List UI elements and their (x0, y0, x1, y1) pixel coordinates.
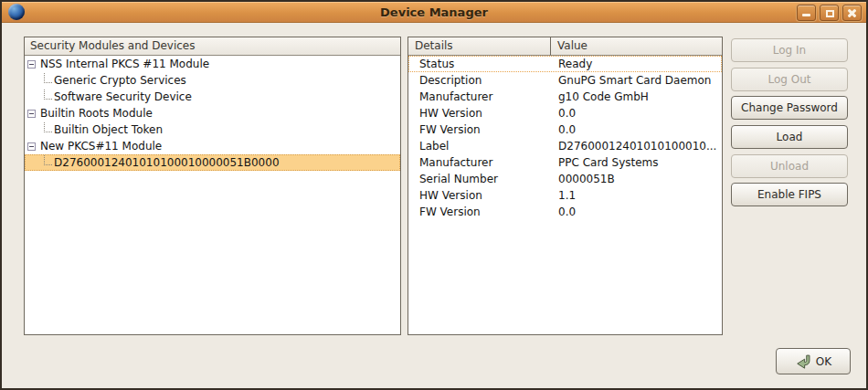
table-row[interactable]: FW Version 0.0 (408, 204, 722, 220)
detail-label: HW Version (408, 105, 551, 121)
maximize-button[interactable] (820, 5, 839, 21)
enable-fips-button[interactable]: Enable FIPS (731, 183, 848, 206)
tree-item-generic-crypto-services[interactable]: Generic Crypto Services (25, 72, 400, 89)
detail-label: FW Version (408, 121, 551, 138)
tree-item-label: Generic Crypto Services (54, 72, 186, 89)
table-row[interactable]: HW Version 1.1 (408, 187, 722, 204)
return-arrow-icon (795, 353, 810, 369)
change-password-button[interactable]: Change Password (731, 96, 848, 120)
tree-item-builtin-roots-module[interactable]: Builtin Roots Module (25, 105, 400, 121)
tree-item-label: Software Security Device (54, 89, 192, 105)
column-header-value[interactable]: Value (551, 37, 722, 56)
tree-column-header[interactable]: Security Modules and Devices (25, 37, 400, 56)
detail-value: PPC Card Systems (551, 154, 659, 171)
tree-item-label: Builtin Object Token (54, 121, 163, 138)
tree-item-label: NSS Internal PKCS #11 Module (40, 56, 209, 72)
detail-value: D27600012401010100010... (551, 138, 716, 154)
detail-value: Ready (551, 56, 592, 72)
detail-value: 0000051B (551, 171, 615, 187)
tree-item-label: Builtin Roots Module (40, 105, 153, 121)
detail-label: Manufacturer (408, 154, 551, 171)
collapse-expander-icon[interactable] (27, 142, 36, 151)
tree-item-software-security-device[interactable]: Software Security Device (25, 89, 400, 105)
tree-item-smartcard-token-selected[interactable]: D27600012401010100010000051B0000 (25, 154, 400, 171)
tree-connector-line (44, 73, 52, 83)
minimize-icon (802, 14, 810, 16)
details-panel: Details Value Status Ready Description G… (408, 37, 723, 335)
security-modules-panel: Security Modules and Devices NSS Interna… (24, 37, 401, 335)
tree-item-label: New PKCS#11 Module (40, 138, 162, 154)
tree-item-nss-internal-module[interactable]: NSS Internal PKCS #11 Module (25, 56, 400, 72)
window-title: Device Manager (2, 2, 866, 23)
titlebar[interactable]: Device Manager (2, 2, 866, 23)
table-row[interactable]: Description GnuPG Smart Card Daemon (408, 72, 722, 89)
table-row[interactable]: Manufacturer g10 Code GmbH (408, 89, 722, 105)
detail-label: FW Version (408, 204, 551, 220)
tree-connector-line (44, 90, 52, 100)
tree-connector-line (44, 155, 52, 165)
detail-label: HW Version (408, 187, 551, 204)
tree-connector-line (44, 122, 52, 132)
detail-value: 0.0 (551, 204, 576, 220)
detail-value: 0.0 (551, 105, 576, 121)
detail-label: Label (408, 138, 551, 154)
log-in-button: Log In (731, 38, 848, 62)
tree-item-new-pkcs11-module[interactable]: New PKCS#11 Module (25, 138, 400, 154)
detail-label: Serial Number (408, 171, 551, 187)
table-row[interactable]: Serial Number 0000051B (408, 171, 722, 187)
detail-label: Manufacturer (408, 89, 551, 105)
detail-label: Description (408, 72, 551, 89)
ok-button-label: OK (816, 355, 831, 368)
collapse-expander-icon[interactable] (27, 110, 36, 118)
detail-label: Status (408, 56, 551, 72)
table-row[interactable]: Label D27600012401010100010... (408, 138, 722, 154)
table-row[interactable]: Manufacturer PPC Card Systems (408, 154, 722, 171)
action-button-column: Log In Log Out Change Password Load Unlo… (731, 38, 848, 212)
table-row[interactable]: Status Ready (408, 56, 722, 72)
column-header-details[interactable]: Details (408, 37, 551, 56)
detail-value: 1.1 (551, 187, 576, 204)
details-table-header: Details Value (408, 37, 722, 56)
load-button[interactable]: Load (731, 125, 848, 149)
close-button[interactable] (842, 5, 862, 21)
table-row[interactable]: FW Version 0.0 (408, 121, 722, 138)
detail-value: 0.0 (551, 121, 576, 138)
collapse-expander-icon[interactable] (27, 60, 36, 69)
tree-item-label: D27600012401010100010000051B0000 (54, 154, 280, 171)
device-manager-window: Device Manager Security Modules and Devi… (0, 0, 868, 390)
maximize-icon (826, 10, 834, 17)
minimize-button[interactable] (797, 5, 816, 21)
window-controls (797, 5, 862, 21)
ok-button[interactable]: OK (776, 348, 851, 374)
tree-item-builtin-object-token[interactable]: Builtin Object Token (25, 121, 400, 138)
detail-value: GnuPG Smart Card Daemon (551, 72, 711, 89)
table-row[interactable]: HW Version 0.0 (408, 105, 722, 121)
detail-value: g10 Code GmbH (551, 89, 649, 105)
log-out-button: Log Out (731, 68, 848, 91)
unload-button: Unload (731, 154, 848, 178)
